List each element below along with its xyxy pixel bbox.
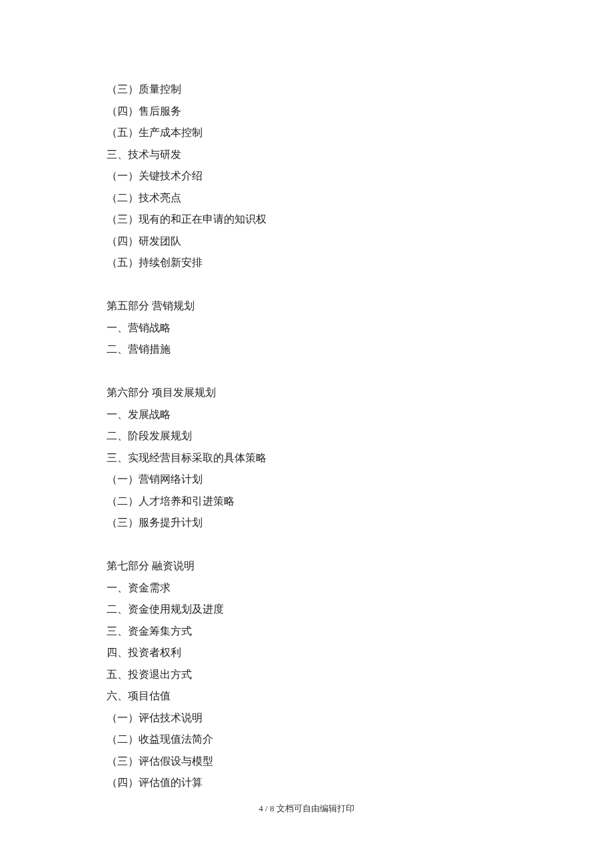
blank-line <box>107 361 506 383</box>
outline-item: 五、投资退出方式 <box>107 664 506 686</box>
outline-item: 二、资金使用规划及进度 <box>107 599 506 621</box>
outline-item: （四）研发团队 <box>107 231 506 253</box>
outline-item: 六、项目估值 <box>107 685 506 707</box>
section-heading: 第六部分 项目发展规划 <box>107 382 506 404</box>
outline-item: （二）人才培养和引进策略 <box>107 491 506 513</box>
page-footer: 4 / 8 文档可自由编辑打印 <box>0 803 613 815</box>
document-content: （三）质量控制 （四）售后服务 （五）生产成本控制 三、技术与研发 （一）关键技… <box>107 79 506 794</box>
outline-item: （三）质量控制 <box>107 79 506 101</box>
outline-item: 一、发展战略 <box>107 404 506 426</box>
outline-item: 三、技术与研发 <box>107 144 506 166</box>
outline-item: 三、资金筹集方式 <box>107 621 506 643</box>
outline-item: （四）售后服务 <box>107 101 506 123</box>
blank-line <box>107 274 506 296</box>
outline-item: 一、营销战略 <box>107 317 506 339</box>
footer-note: 文档可自由编辑打印 <box>277 803 354 813</box>
outline-item: 三、实现经营目标采取的具体策略 <box>107 447 506 469</box>
outline-item: （一）评估技术说明 <box>107 707 506 729</box>
outline-item: （一）关键技术介绍 <box>107 165 506 187</box>
outline-item: （一）营销网络计划 <box>107 469 506 491</box>
page-current: 4 <box>259 803 263 813</box>
outline-item: 二、营销措施 <box>107 339 506 361</box>
outline-item: （三）评估假设与模型 <box>107 751 506 773</box>
outline-item: （二）技术亮点 <box>107 187 506 209</box>
outline-item: （三）服务提升计划 <box>107 512 506 534</box>
outline-item: （四）评估值的计算 <box>107 772 506 794</box>
section-heading: 第五部分 营销规划 <box>107 295 506 317</box>
outline-item: （三）现有的和正在申请的知识权 <box>107 209 506 231</box>
outline-item: 二、阶段发展规划 <box>107 425 506 447</box>
outline-item: （五）生产成本控制 <box>107 122 506 144</box>
blank-line <box>107 534 506 556</box>
outline-item: 四、投资者权利 <box>107 642 506 664</box>
page-total: 8 <box>270 803 275 813</box>
section-heading: 第七部分 融资说明 <box>107 555 506 577</box>
outline-item: （二）收益现值法简介 <box>107 729 506 751</box>
outline-item: 一、资金需求 <box>107 577 506 599</box>
outline-item: （五）持续创新安排 <box>107 252 506 274</box>
footer-separator: / <box>265 803 270 813</box>
